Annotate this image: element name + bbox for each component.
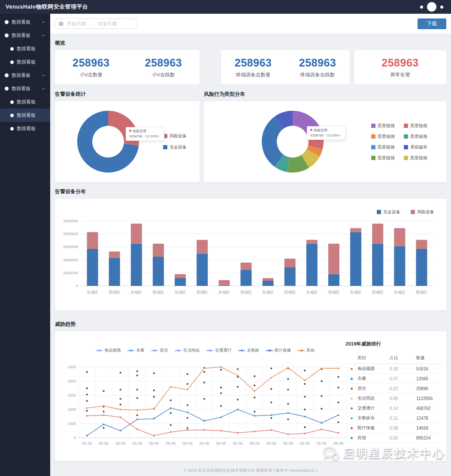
scatter-point[interactable] (254, 397, 255, 398)
scatter-point[interactable] (187, 373, 188, 375)
legend-item[interactable]: 恶意链接 (371, 133, 404, 139)
scatter-point[interactable] (153, 373, 155, 374)
avatar[interactable] (427, 2, 436, 12)
bar-segment-safe[interactable] (109, 258, 120, 286)
data-point[interactable] (254, 390, 255, 392)
download-button[interactable]: 下载 (418, 18, 446, 29)
legend-item[interactable]: 交通通行 (206, 348, 231, 353)
scatter-point[interactable] (86, 388, 88, 389)
scatter-point[interactable] (136, 389, 138, 391)
scatter-point[interactable] (203, 371, 205, 373)
scatter-point[interactable] (203, 398, 205, 400)
sidebar-item[interactable]: 数据看板 (0, 29, 50, 42)
legend-item[interactable]: 恶意链接 (371, 144, 404, 150)
table-row[interactable]: 医疗保健0.0814569 (345, 423, 443, 433)
scatter-point[interactable] (337, 402, 339, 403)
header-dot-icon-left[interactable] (420, 6, 423, 9)
scatter-point[interactable] (237, 368, 239, 370)
scatter-point[interactable] (136, 370, 138, 372)
data-point[interactable] (220, 366, 222, 368)
data-point[interactable] (153, 435, 155, 437)
scatter-point[interactable] (86, 394, 88, 395)
scatter-point[interactable] (86, 400, 88, 402)
legend-item[interactable]: 食品烟酒 (96, 348, 121, 353)
data-point[interactable] (321, 422, 322, 424)
data-point[interactable] (220, 416, 222, 418)
bar-segment-safe[interactable] (131, 244, 142, 286)
data-point[interactable] (153, 408, 155, 409)
legend-item[interactable]: 其他 (298, 348, 315, 353)
scatter-point[interactable] (337, 421, 339, 423)
scatter-point[interactable] (103, 427, 105, 429)
sidebar-item[interactable]: 数据看板 (0, 109, 50, 122)
data-point[interactable] (187, 429, 188, 431)
bar-segment-risk[interactable] (131, 224, 142, 244)
bar-segment-safe[interactable] (263, 281, 274, 286)
scatter-point[interactable] (254, 411, 255, 412)
scatter-point[interactable] (120, 403, 121, 405)
scatter-point[interactable] (120, 372, 121, 373)
data-point[interactable] (337, 367, 339, 369)
table-row[interactable]: 居住0.2225896 (345, 384, 443, 394)
scatter-point[interactable] (136, 397, 138, 399)
data-point[interactable] (120, 416, 121, 418)
data-point[interactable] (304, 433, 306, 434)
scatter-point[interactable] (270, 388, 272, 390)
scatter-point[interactable] (287, 389, 289, 391)
data-point[interactable] (270, 377, 272, 379)
bar-segment-safe[interactable] (218, 285, 230, 286)
data-point[interactable] (170, 386, 172, 388)
scatter-point[interactable] (220, 387, 222, 388)
table-row[interactable]: 食品烟酒0.3051516 (345, 364, 443, 374)
legend-item[interactable]: 医疗保健 (266, 348, 291, 353)
end-date-placeholder[interactable]: 结束日期 (98, 21, 117, 27)
data-point[interactable] (187, 412, 188, 413)
scatter-point[interactable] (170, 400, 172, 401)
scatter-point[interactable] (187, 417, 188, 419)
bar-segment-risk[interactable] (306, 240, 318, 244)
data-point[interactable] (254, 415, 255, 417)
data-point[interactable] (136, 409, 138, 411)
bar-segment-safe[interactable] (175, 278, 186, 286)
scatter-point[interactable] (337, 387, 339, 388)
table-row[interactable]: 交通通行0.14458762 (345, 403, 443, 413)
sidebar-item[interactable]: 数据看板 (0, 42, 50, 55)
scatter-point[interactable] (270, 402, 272, 403)
scatter-point[interactable] (153, 396, 155, 397)
legend-item[interactable]: 恶意链接 (404, 123, 436, 129)
bar-segment-risk[interactable] (153, 244, 164, 257)
bar-segment-safe[interactable] (153, 257, 164, 286)
bar-segment-risk[interactable] (109, 252, 120, 258)
start-date-placeholder[interactable]: 开始日期 (67, 21, 86, 27)
scatter-point[interactable] (321, 380, 322, 382)
bar-segment-risk[interactable] (394, 228, 405, 246)
scatter-point[interactable] (287, 418, 289, 420)
scatter-point[interactable] (170, 424, 172, 426)
data-point[interactable] (203, 420, 205, 421)
bar-segment-safe[interactable] (285, 267, 296, 286)
scatter-point[interactable] (287, 403, 289, 405)
scatter-point[interactable] (103, 390, 105, 392)
bar-segment-risk[interactable] (175, 274, 186, 278)
legend-item[interactable]: 安全设备 (163, 144, 187, 150)
scatter-point[interactable] (220, 405, 222, 407)
sidebar-item[interactable]: 数据看板 (0, 95, 50, 109)
scatter-point[interactable] (86, 371, 88, 373)
scatter-point[interactable] (270, 367, 272, 369)
bar-segment-risk[interactable] (328, 244, 339, 274)
bar-segment-risk[interactable] (218, 280, 230, 285)
data-point[interactable] (203, 367, 205, 369)
bar-segment-safe[interactable] (306, 244, 318, 286)
data-point[interactable] (86, 435, 88, 437)
scatter-point[interactable] (220, 369, 222, 371)
data-point[interactable] (170, 407, 172, 409)
scatter-point[interactable] (337, 376, 339, 378)
bar-segment-risk[interactable] (285, 259, 296, 267)
legend-item[interactable]: 居住 (151, 348, 168, 353)
scatter-point[interactable] (304, 383, 306, 385)
scatter-point[interactable] (86, 410, 88, 412)
scatter-point[interactable] (254, 385, 255, 386)
legend-item[interactable]: 恶意链接 (371, 155, 404, 161)
bar-segment-safe[interactable] (240, 270, 251, 286)
scatter-point[interactable] (270, 417, 272, 419)
